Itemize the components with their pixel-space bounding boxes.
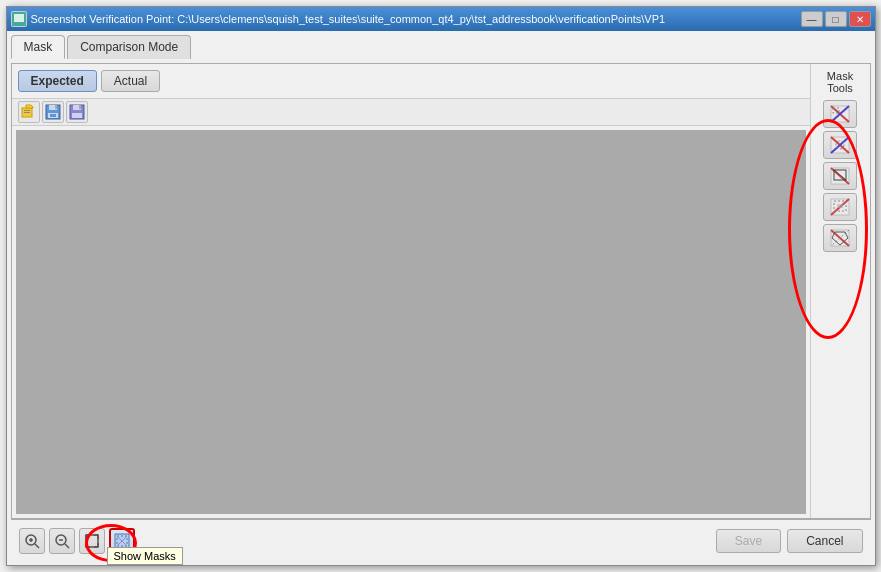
mask-tool-5[interactable] (823, 224, 857, 252)
svg-rect-13 (79, 105, 81, 109)
svg-marker-3 (26, 105, 33, 108)
mask-tool-4[interactable] (823, 193, 857, 221)
zoom-in-button[interactable] (19, 528, 45, 554)
svg-rect-4 (24, 110, 30, 111)
cancel-button[interactable]: Cancel (787, 529, 862, 553)
actual-button[interactable]: Actual (101, 70, 160, 92)
svg-rect-1 (14, 14, 24, 22)
window-title: Screenshot Verification Point: C:\Users\… (31, 13, 666, 25)
mask-tool-2[interactable] (823, 131, 857, 159)
svg-line-41 (65, 544, 69, 548)
content-area: Expected Actual (12, 64, 810, 518)
mask-tool-3[interactable] (823, 162, 857, 190)
main-window: Screenshot Verification Point: C:\Users\… (6, 6, 876, 566)
window-content: Mask Comparison Mode Expected Actual (7, 31, 875, 565)
main-panel: Expected Actual (11, 63, 871, 519)
tab-bar: Mask Comparison Mode (11, 35, 871, 59)
svg-rect-30 (837, 204, 843, 208)
window-icon (11, 11, 27, 27)
open-icon[interactable] (18, 101, 40, 123)
tab-mask[interactable]: Mask (11, 35, 66, 59)
zoom-out-button[interactable] (49, 528, 75, 554)
close-button[interactable]: ✕ (849, 11, 871, 27)
view-button-group: Expected Actual (12, 64, 810, 98)
svg-rect-8 (55, 105, 57, 109)
svg-rect-14 (72, 113, 82, 118)
mask-tool-1[interactable] (823, 100, 857, 128)
image-toolbar (12, 98, 810, 126)
title-bar: Screenshot Verification Point: C:\Users\… (7, 7, 875, 31)
maximize-button[interactable]: □ (825, 11, 847, 27)
tab-comparison-mode[interactable]: Comparison Mode (67, 35, 191, 59)
mask-tools-panel: Mask Tools (810, 64, 870, 518)
save-as-icon[interactable] (42, 101, 64, 123)
bottom-bar: Show Masks Save Cancel (11, 519, 871, 561)
save-button[interactable]: Save (716, 529, 781, 553)
mask-tools-label: Mask Tools (815, 70, 866, 94)
svg-rect-42 (86, 535, 98, 547)
expected-button[interactable]: Expected (18, 70, 97, 92)
zoom-fit-button[interactable] (79, 528, 105, 554)
svg-rect-10 (50, 114, 56, 117)
minimize-button[interactable]: — (801, 11, 823, 27)
screenshot-canvas (16, 130, 806, 514)
dialog-buttons: Save Cancel (716, 529, 863, 553)
show-masks-tooltip: Show Masks (107, 547, 183, 565)
save-icon[interactable] (66, 101, 88, 123)
svg-line-38 (35, 544, 39, 548)
svg-rect-5 (24, 112, 30, 113)
